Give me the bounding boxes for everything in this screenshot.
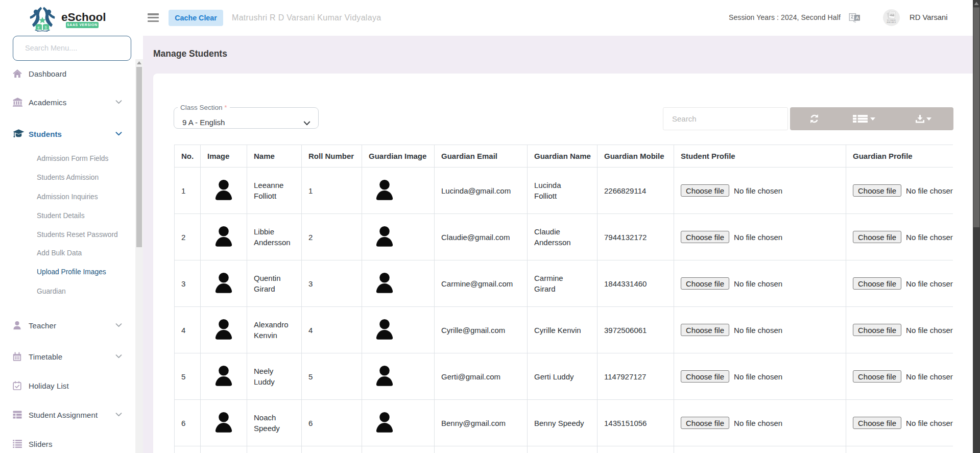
- svg-text:e: e: [38, 26, 40, 29]
- svg-text:A: A: [855, 15, 859, 20]
- svg-text:S: S: [45, 26, 47, 29]
- svg-text:AVAILABLE: AVAILABLE: [887, 21, 896, 23]
